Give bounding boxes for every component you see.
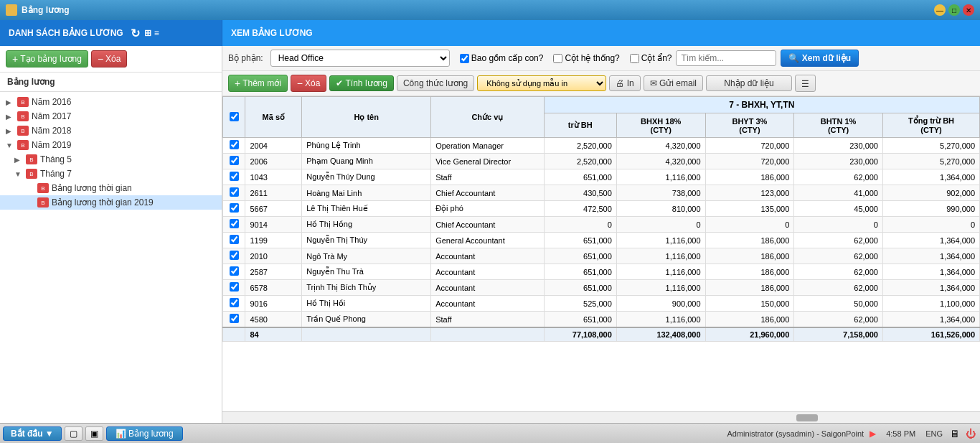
create-payroll-button[interactable]: + Tạo bảng lương: [6, 50, 88, 67]
row-bhxh18: 900,000: [616, 296, 705, 312]
row-hoten: Trịnh Thị Bích Thủy: [302, 280, 431, 296]
row-checkbox[interactable]: [230, 219, 239, 228]
row-check[interactable]: [223, 296, 245, 312]
row-check[interactable]: [223, 233, 245, 248]
row-maso: 6578: [245, 280, 302, 296]
row-tongtru: 1,364,000: [882, 248, 979, 264]
row-hoten: Nguyễn Thị Thúy: [302, 233, 431, 248]
th-tongtru: Tổng trừ BH(CTY): [882, 113, 979, 138]
row-checkbox[interactable]: [230, 187, 239, 197]
tree-item-2019[interactable]: ▼ B Năm 2019: [0, 138, 222, 152]
search-input[interactable]: [676, 50, 776, 66]
tree-item-thang5[interactable]: ▶ B Tháng 5: [0, 152, 222, 167]
totals-bhtn1: 7,158,000: [794, 327, 883, 342]
row-check[interactable]: [223, 312, 245, 328]
minimize-button[interactable]: —: [934, 4, 946, 16]
table-row: 9014 Hồ Thị Hồng Chief Accountant 0 0 0 …: [223, 217, 980, 233]
row-checkbox[interactable]: [230, 298, 239, 307]
horizontal-scroll[interactable]: [222, 411, 980, 423]
tree-item-payroll1[interactable]: B Bảng lương thời gian: [0, 181, 222, 195]
email-button[interactable]: ✉ Gửi email: [644, 75, 703, 91]
app-icon-status: 📊: [116, 429, 128, 439]
start-button[interactable]: Bắt đầu ▼: [3, 426, 62, 441]
calc-salary-button[interactable]: ✔ Tính lương: [329, 75, 393, 91]
row-maso: 9014: [245, 217, 302, 233]
app-button[interactable]: 📊 Bảng lương: [106, 426, 183, 441]
row-bhyt3: 186,000: [705, 280, 794, 296]
row-check[interactable]: [223, 185, 245, 201]
row-checkbox[interactable]: [230, 251, 239, 260]
include-child-checkbox[interactable]: [460, 54, 469, 63]
row-bhtn1: 62,000: [794, 233, 883, 248]
row-trubh: 651,000: [544, 312, 616, 328]
expand-arrow-thang5: ▶: [14, 156, 23, 164]
print-button[interactable]: 🖨 In: [609, 75, 640, 91]
select-all-checkbox[interactable]: [230, 112, 239, 121]
close-button[interactable]: ✕: [963, 4, 974, 16]
expand-arrow-2018: ▶: [6, 127, 14, 135]
tree-item-2018[interactable]: ▶ B Năm 2018: [0, 123, 222, 138]
add-record-button[interactable]: + Thêm mới: [228, 75, 288, 92]
more-menu-button[interactable]: ☰: [795, 75, 816, 92]
row-chucvu: Operation Manager: [431, 138, 544, 154]
row-check[interactable]: [223, 248, 245, 264]
row-check[interactable]: [223, 201, 245, 217]
hidden-col-checkbox-label[interactable]: Cột ẩn?: [630, 53, 672, 63]
row-check[interactable]: [223, 138, 245, 154]
formula-button[interactable]: Công thức lương: [397, 75, 474, 91]
tree-item-thang7[interactable]: ▼ B Tháng 7: [0, 167, 222, 181]
row-check[interactable]: [223, 169, 245, 185]
tree-item-2017[interactable]: ▶ B Năm 2017: [0, 109, 222, 123]
row-check[interactable]: [223, 264, 245, 280]
row-checkbox[interactable]: [230, 203, 239, 213]
row-checkbox[interactable]: [230, 314, 239, 323]
include-child-checkbox-label[interactable]: Bao gồm cấp con?: [460, 53, 544, 63]
power-icon: ⏻: [966, 428, 976, 439]
system-col-checkbox[interactable]: [553, 54, 562, 63]
row-maso: 2006: [245, 154, 302, 169]
totals-bhyt3: 21,960,000: [705, 327, 794, 342]
logo-icon: ▶: [870, 429, 876, 439]
table-row: 2587 Nguyễn Thu Trà Accountant 651,000 1…: [223, 264, 980, 280]
row-maso: 2611: [245, 185, 302, 201]
row-checkbox[interactable]: [230, 266, 239, 276]
table-row: 2611 Hoàng Mai Linh Chief Accountant 430…: [223, 185, 980, 201]
row-check[interactable]: [223, 154, 245, 169]
monitor-icon: 🖥: [950, 428, 960, 439]
grid-icon[interactable]: ⊞: [144, 28, 151, 38]
row-checkbox[interactable]: [230, 156, 239, 165]
hidden-col-checkbox[interactable]: [630, 54, 639, 63]
tree-item-2016[interactable]: ▶ B Năm 2016: [0, 95, 222, 109]
row-maso: 2004: [245, 138, 302, 154]
row-tongtru: 1,364,000: [882, 233, 979, 248]
tree-item-payroll2[interactable]: B Bảng lương thời gian 2019: [0, 195, 222, 210]
delete-payroll-button[interactable]: − Xóa: [91, 50, 128, 67]
month-icon-thang5: B: [26, 154, 37, 164]
row-tongtru: 5,270,000: [882, 138, 979, 154]
row-maso: 4580: [245, 312, 302, 328]
print-template-select[interactable]: Không sử dụng mẫu in: [477, 75, 606, 91]
row-check[interactable]: [223, 217, 245, 233]
payroll-icon-1: B: [37, 183, 49, 193]
dept-select[interactable]: Head Office: [270, 50, 450, 67]
status-icon-btn-2[interactable]: ▣: [85, 426, 103, 441]
row-checkbox[interactable]: [230, 140, 239, 149]
system-col-checkbox-label[interactable]: Cột hệ thống?: [553, 53, 619, 63]
status-icon-btn-1[interactable]: ▢: [65, 426, 83, 441]
view-data-button[interactable]: 🔍 Xem dữ liệu: [781, 50, 859, 67]
list-icon[interactable]: ≡: [154, 28, 159, 38]
row-checkbox[interactable]: [230, 282, 239, 292]
delete-record-button[interactable]: − Xóa: [291, 75, 327, 92]
totals-empty-name: [302, 327, 431, 342]
row-checkbox[interactable]: [230, 235, 239, 244]
row-maso: 1043: [245, 169, 302, 185]
refresh-icon[interactable]: ↻: [131, 27, 140, 40]
import-button[interactable]: Nhập dữ liệu: [706, 75, 792, 91]
scroll-thumb[interactable]: [796, 414, 818, 421]
row-checkbox[interactable]: [230, 172, 239, 181]
group-header-label: 7 - BHXH, YT,TN: [729, 100, 794, 110]
maximize-button[interactable]: □: [948, 4, 960, 16]
row-check[interactable]: [223, 280, 245, 296]
minus-icon: −: [98, 53, 103, 65]
title-bar: Bảng lương — □ ✕: [0, 0, 980, 20]
